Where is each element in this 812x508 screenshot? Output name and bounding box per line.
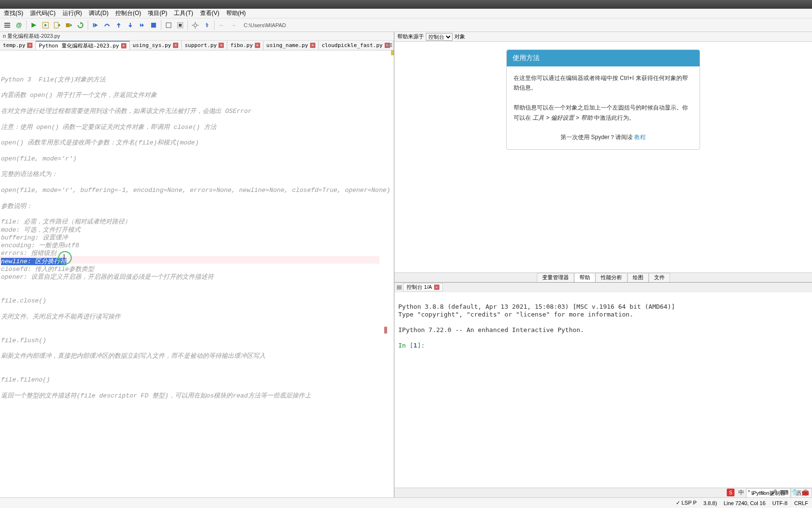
code-line: 返回一个整型的文件描述符(file descriptor FD 整型)，可以用在… xyxy=(1,392,394,400)
console-options-icon[interactable] xyxy=(395,284,403,291)
run-selection-icon[interactable] xyxy=(63,20,74,31)
toolbar: @ ⚕ ← → C:\Users\MIAPAD xyxy=(0,18,812,32)
console-tab-1a[interactable]: 控制台 1/A × xyxy=(403,283,443,291)
editor-scrollbar[interactable] xyxy=(384,50,394,497)
ime-lang-icon[interactable]: 中 xyxy=(737,489,745,496)
close-icon[interactable]: × xyxy=(27,43,32,48)
tab-options-icon[interactable] xyxy=(386,42,393,50)
debug-step-in-icon[interactable] xyxy=(113,20,124,31)
editor-pane: n 量化编程基础-2023.py temp.py× Python 量化编程基础-… xyxy=(0,32,394,497)
ime-skin-icon[interactable]: 👕 xyxy=(791,489,798,496)
close-icon[interactable]: × xyxy=(434,285,439,290)
menu-console[interactable]: 控制台(O) xyxy=(113,9,143,17)
code-line xyxy=(1,115,394,123)
ipython-console[interactable]: Python 3.8.8 (default, Apr 13 2021, 15:0… xyxy=(394,292,812,488)
code-line: mode: 可选，文件打开模式 xyxy=(1,226,394,234)
menu-project[interactable]: 项目(P) xyxy=(146,9,169,17)
svg-marker-7 xyxy=(59,24,61,27)
svg-point-23 xyxy=(194,24,197,27)
svg-rect-14 xyxy=(118,25,119,28)
ime-mic-icon[interactable]: 🎤 xyxy=(769,489,777,496)
back-icon[interactable]: ← xyxy=(217,20,227,31)
code-line xyxy=(1,194,394,202)
help-text-2: 帮助信息可以在一个对象之后加上一个左圆括号的时候自动显示。你可以在 工具 > 偏… xyxy=(514,103,693,123)
maximize-icon[interactable] xyxy=(163,20,174,31)
close-icon[interactable]: × xyxy=(255,43,260,48)
tab-using-name[interactable]: using_name.py× xyxy=(264,41,319,50)
menu-tools[interactable]: 工具(T) xyxy=(172,9,195,17)
tab-plots[interactable]: 绘图 xyxy=(627,273,649,282)
code-line: file.flush() xyxy=(1,337,394,345)
tutorial-link[interactable]: 教程 xyxy=(634,134,646,141)
svg-marker-13 xyxy=(117,23,121,25)
svg-rect-27 xyxy=(397,286,402,286)
forward-icon[interactable]: → xyxy=(228,20,239,31)
help-source-select[interactable]: 控制台 xyxy=(426,33,453,41)
close-icon[interactable]: × xyxy=(173,43,178,48)
tab-cloudpickle[interactable]: cloudpickle_fast.py× xyxy=(319,41,393,50)
debug-continue-icon[interactable] xyxy=(137,20,147,31)
run-cell-advance-icon[interactable] xyxy=(52,20,62,31)
debug-stop-icon[interactable] xyxy=(148,20,159,31)
debug-step-out-icon[interactable] xyxy=(125,20,136,31)
at-icon[interactable]: @ xyxy=(14,20,24,31)
tab-files[interactable]: 文件 xyxy=(649,273,670,282)
menu-debug[interactable]: 调试(D) xyxy=(87,9,110,17)
ime-icon[interactable]: S xyxy=(727,489,734,496)
console-tabs: 控制台 1/A × xyxy=(394,283,812,292)
code-line xyxy=(1,289,394,297)
menubar: 查找(S) 源代码(C) 运行(R) 调试(D) 控制台(O) 项目(P) 工具… xyxy=(0,9,812,18)
prefs-icon[interactable] xyxy=(190,20,201,31)
code-line xyxy=(1,361,394,368)
tab-var-explorer[interactable]: 变量管理器 xyxy=(537,273,574,282)
help-source-label: 帮助来源于 xyxy=(397,33,424,40)
menu-help[interactable]: 帮助(H) xyxy=(224,9,248,17)
code-line xyxy=(1,84,394,92)
tab-temp[interactable]: temp.py× xyxy=(0,41,36,50)
debug-step-start-icon[interactable] xyxy=(90,20,101,31)
outline-icon[interactable] xyxy=(2,20,13,31)
svg-rect-22 xyxy=(179,24,182,27)
menu-search[interactable]: 查找(S) xyxy=(2,9,25,17)
svg-marker-9 xyxy=(70,24,72,27)
tab-support[interactable]: support.py× xyxy=(182,41,227,50)
ime-punct-icon[interactable]: °， xyxy=(748,489,756,496)
tab-using-sys[interactable]: using_sys.py× xyxy=(130,41,182,50)
python-path-icon[interactable]: ⚕ xyxy=(202,20,212,31)
ime-keyboard-icon[interactable]: ⌨ xyxy=(780,489,788,496)
code-line: file.fileno() xyxy=(1,376,394,384)
close-icon[interactable]: × xyxy=(219,43,224,48)
rerun-icon[interactable] xyxy=(75,20,86,31)
svg-rect-25 xyxy=(387,45,392,46)
menu-source[interactable]: 源代码(C) xyxy=(28,9,58,17)
tab-help[interactable]: 帮助 xyxy=(574,273,595,282)
help-card-title: 使用方法 xyxy=(507,50,700,66)
close-icon[interactable]: × xyxy=(121,43,126,48)
help-source-bar: 帮助来源于 控制台 对象 xyxy=(394,32,812,42)
svg-rect-26 xyxy=(387,46,392,47)
code-line xyxy=(1,100,394,108)
fullscreen-icon[interactable] xyxy=(175,20,186,31)
svg-rect-28 xyxy=(397,287,402,288)
debug-step-over-icon[interactable] xyxy=(102,20,112,31)
right-pane-tabs: 变量管理器 帮助 性能分析 绘图 文件 xyxy=(394,272,812,282)
code-editor[interactable]: Python 3 File(文件)对象的方法 内置函数 open() 用于打开一… xyxy=(0,50,394,497)
window-titlebar xyxy=(0,0,812,9)
run-icon[interactable] xyxy=(29,20,39,31)
status-eol: CRLF xyxy=(794,500,808,506)
menu-run[interactable]: 运行(R) xyxy=(61,9,84,17)
tab-fibo[interactable]: fibo.py× xyxy=(227,41,263,50)
help-panel: 使用方法 在这里你可以通过在编辑器或者终端中按 Ctrl+I 来获得任何对象的帮… xyxy=(394,42,812,272)
close-icon[interactable]: × xyxy=(310,43,315,48)
ime-emoji-icon[interactable]: ☺ xyxy=(759,489,766,496)
menu-view[interactable]: 查看(V) xyxy=(198,9,221,17)
svg-rect-19 xyxy=(151,23,156,28)
tab-profiler[interactable]: 性能分析 xyxy=(595,273,627,282)
svg-marker-3 xyxy=(31,23,36,28)
tab-quant-2023[interactable]: Python 量化编程基础-2023.py× xyxy=(36,41,129,50)
code-line xyxy=(1,384,394,392)
ime-toolbox-icon[interactable]: 🧰 xyxy=(801,489,809,496)
code-line: opener: 设置自定义开启器，开启器的返回值必须是一个打开的文件描述符 xyxy=(1,273,394,281)
run-cell-icon[interactable] xyxy=(40,20,51,31)
code-line: file: 必需，文件路径（相对或者绝对路径） xyxy=(1,218,394,226)
